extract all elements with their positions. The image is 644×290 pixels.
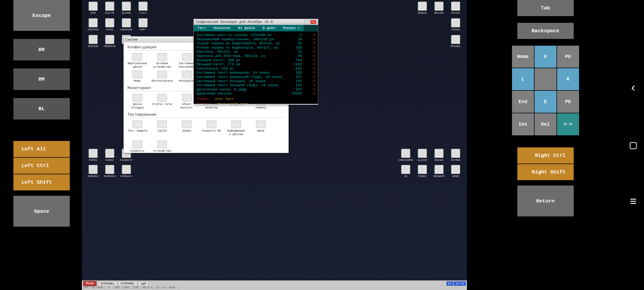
left-shift-key[interactable]: Left Shift — [13, 174, 70, 190]
benchmark-row: Гипотенуза, 350 px6250 — [196, 67, 315, 71]
config-item[interactable]: Информация о дисках — [226, 121, 246, 136]
taskbar-button[interactable]: SYSPANEL — [98, 281, 117, 286]
nav-grid-key[interactable]: Ins — [512, 113, 534, 135]
desktop-icon[interactable]: CHECKERS — [398, 149, 414, 161]
back-icon[interactable]: ‹ — [630, 81, 637, 95]
desktop-icon[interactable]: RDSAVE — [85, 35, 101, 48]
benchmark-tab[interactable]: Из файла — [235, 25, 259, 31]
tab-key[interactable]: Tab — [517, 0, 574, 16]
bl-key[interactable]: BL — [13, 98, 70, 119]
config-item[interactable]: Скорость ФС — [202, 121, 221, 136]
square-icon[interactable]: ▢ — [630, 138, 637, 152]
benchmark-row: Закрашенный прямоугольник, 100x250 px180 — [196, 37, 315, 42]
benchmark-tab[interactable]: Тест — [194, 25, 210, 31]
config-item[interactable]: Скорость графики — [127, 141, 147, 156]
desktop-icon[interactable]: ANIMAGE — [118, 18, 134, 31]
config-item-label: Мышь — [134, 79, 141, 83]
escape-key[interactable]: Escape — [13, 0, 70, 31]
benchmark-tab[interactable]: В файл — [259, 25, 279, 31]
desktop-icon[interactable]: CPACK — [448, 18, 464, 31]
desktop-icon[interactable]: SEAWAR — [431, 165, 447, 177]
icon-label: TETRIS — [451, 159, 460, 161]
app-icon — [105, 18, 114, 27]
close-button[interactable]: × — [310, 20, 316, 24]
benchmark-tab[interactable]: Вправо > — [279, 25, 304, 31]
desktop-icon[interactable]: PONG — [414, 165, 430, 177]
config-item[interactable]: Мышь — [127, 71, 147, 83]
desktop-icon[interactable]: KOSILKA — [118, 165, 134, 177]
desktop-icon[interactable]: XONIX — [102, 149, 118, 161]
desktop-icon[interactable]: QUARK — [118, 2, 134, 14]
desktop-icon[interactable]: CLICKS — [414, 149, 430, 161]
return-key[interactable]: Return — [517, 186, 574, 216]
config-item[interactable]: Тест защиты — [127, 121, 147, 136]
bm-key[interactable]: BM — [13, 68, 70, 90]
menu-button[interactable]: Меню — [83, 281, 97, 286]
language-indicator[interactable]: En — [447, 281, 453, 286]
desktop-icon[interactable]: DEBUG — [414, 2, 430, 14]
desktop-icon[interactable]: TINYPAD — [85, 18, 101, 31]
config-item[interactable]: Статус сети — [152, 94, 172, 109]
nav-grid-key[interactable]: R — [557, 68, 579, 90]
testing-section-label: Тестирование — [127, 113, 285, 118]
nav-grid-key[interactable]: Home — [512, 46, 534, 68]
desktop-icon[interactable]: APP+ — [135, 18, 151, 31]
desktop-icon[interactable]: EOLITE — [102, 2, 118, 14]
benchmark-row: Десятичное число, 8 цифр3930 — [196, 88, 315, 92]
config-item[interactable]: Устройства PCI — [152, 141, 172, 156]
config-item[interactable]: CpuId — [152, 121, 172, 136]
config-item[interactable]: Виртуальные диски — [127, 53, 147, 68]
config-item[interactable]: Сетевые устройства — [152, 53, 172, 68]
config-item[interactable]: Экран — [177, 121, 197, 136]
icon-label: KFAR — [106, 28, 113, 31]
nav-grid-key[interactable]: Del — [535, 113, 557, 135]
nav-grid-key[interactable] — [535, 68, 557, 90]
nav-grid-key[interactable]: End — [512, 91, 534, 113]
nav-grid-key[interactable]: L — [512, 68, 534, 90]
br-key[interactable]: BR — [13, 39, 70, 60]
minimize-button[interactable]: – — [305, 20, 310, 24]
desktop-icon[interactable]: KFAR — [102, 18, 118, 31]
config-item-label: Информация о дисках — [226, 129, 246, 136]
config-item-label: Статус сети — [152, 103, 172, 106]
config-item[interactable]: Автозагрузка — [152, 71, 172, 83]
benchmark-tab[interactable]: Названия — [210, 25, 234, 31]
icon-label: KPACK — [451, 12, 460, 14]
menu-icon[interactable]: ≡ — [630, 195, 637, 209]
benchmark-window[interactable]: Графический бенчмарк для Колибри v0.9 – … — [193, 19, 318, 105]
desktop-icon[interactable]: SPANEL — [448, 35, 464, 48]
config-item-icon — [182, 71, 192, 78]
nav-grid-key[interactable]: PU — [557, 46, 579, 68]
desktop-icon[interactable]: SNAKE — [431, 149, 447, 161]
config-item[interactable]: Шина — [251, 121, 271, 136]
desktop-icon[interactable]: CALC — [135, 2, 151, 14]
desktop-icon[interactable]: MINE — [448, 165, 464, 177]
left-alt-key[interactable]: Left Alt — [13, 141, 70, 157]
desktop-icon[interactable]: KPACK — [448, 2, 464, 14]
desktop-icon[interactable]: BOARD — [431, 2, 447, 14]
nav-grid-key[interactable]: D — [535, 91, 557, 113]
backspace-key[interactable]: Backspace — [517, 23, 574, 39]
nav-grid-key[interactable]: U — [535, 46, 557, 68]
left-ctrl-key[interactable]: Left Ctrl — [13, 158, 70, 174]
desktop[interactable]: KFMEOLITEQUARKCALC DEBUGBOARDKPACK TINYP… — [82, 0, 467, 290]
taskbar-button[interactable]: SYSPANEL — [118, 281, 137, 286]
desktop-icon[interactable]: GOMOKU — [102, 165, 118, 177]
nav-key-grid: HomeUPULREndDPDInsDel<-> — [479, 46, 612, 135]
desktop-icon[interactable]: KFM — [85, 2, 101, 14]
nav-grid-key[interactable]: PD — [557, 91, 579, 113]
right-ctrl-key[interactable]: Right Ctrl — [517, 147, 574, 164]
config-item[interactable]: Доска отладки — [127, 94, 147, 109]
nav-grid-key[interactable]: <-> — [557, 113, 579, 135]
icon-label: ANIMAGE — [120, 28, 132, 31]
desktop-icon[interactable]: SUDOKU — [85, 165, 101, 177]
benchmark-row: Картинка для блиттера, 90x123, px360 — [196, 54, 315, 58]
space-key[interactable]: Space — [13, 196, 70, 227]
desktop-icon[interactable]: FB2READ — [102, 35, 118, 48]
desktop-icon[interactable]: 15 — [398, 165, 414, 177]
taskbar-button[interactable]: xgb — [138, 281, 148, 286]
right-shift-key[interactable]: Right Shift — [517, 164, 574, 180]
desktop-icon[interactable]: PIPES — [85, 149, 101, 161]
desktop-icon[interactable]: TETRIS — [448, 149, 464, 161]
benchmark-window-title[interactable]: Графический бенчмарк для Колибри v0.9 — [195, 20, 273, 24]
